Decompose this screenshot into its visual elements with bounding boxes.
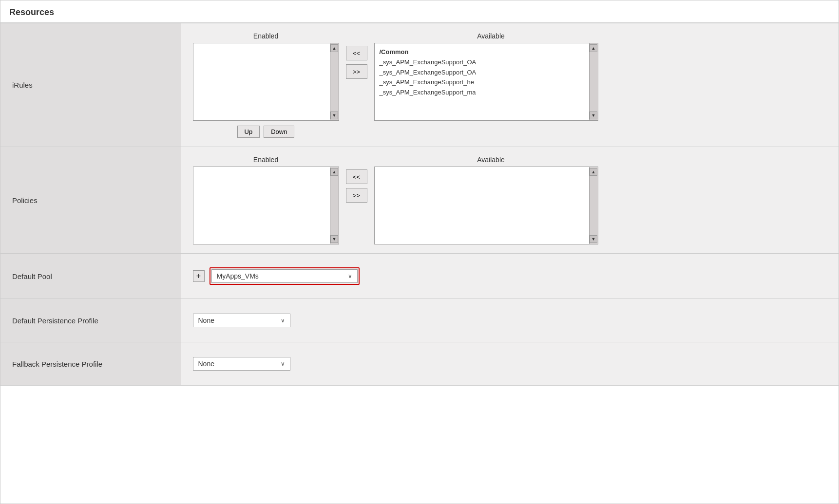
fallback-persistence-chevron: ∨ [281, 360, 285, 367]
policies-dual-list: Enabled ▲ ▼ [193, 156, 827, 244]
list-item: _sys_APM_ExchangeSupport_he [380, 77, 593, 88]
fallback-persistence-label: Fallback Persistence Profile [0, 342, 181, 386]
policies-move-left-button[interactable]: << [346, 169, 367, 184]
irules-down-button[interactable]: Down [264, 126, 294, 138]
default-persistence-dropdown[interactable]: None ∨ [193, 314, 290, 327]
irules-enabled-scrollbar: ▲ ▼ [330, 43, 339, 120]
policies-available-box-wrapper: ▲ ▼ [374, 167, 608, 244]
irules-available-label: Available [477, 32, 505, 40]
irules-available-scroll-up[interactable]: ▲ [590, 44, 597, 52]
default-pool-value: MyApps_VMs [217, 272, 259, 280]
irules-enabled-label: Enabled [253, 32, 278, 40]
fallback-persistence-content: None ∨ [181, 342, 839, 386]
irules-available-content: /Common _sys_APM_ExchangeSupport_OA _sys… [377, 45, 596, 100]
default-persistence-content: None ∨ [181, 299, 839, 342]
irules-enabled-listbox[interactable]: ▲ ▼ [193, 43, 339, 121]
policies-enabled-scroll-down[interactable]: ▼ [330, 235, 338, 243]
policies-enabled-inner [193, 167, 330, 244]
irules-available-inner: /Common _sys_APM_ExchangeSupport_OA _sys… [375, 43, 598, 120]
list-item: /Common [380, 47, 593, 57]
list-item: _sys_APM_ExchangeSupport_OA [380, 68, 593, 78]
irules-available-box-wrapper: /Common _sys_APM_ExchangeSupport_OA _sys… [374, 43, 608, 121]
default-persistence-label: Default Persistence Profile [0, 299, 181, 342]
default-pool-plus-button[interactable]: + [193, 270, 205, 282]
policies-available-inner [375, 167, 598, 244]
policies-transfer-buttons: << >> [346, 156, 367, 203]
policies-enabled-listbox[interactable]: ▲ ▼ [193, 167, 339, 244]
irules-up-button[interactable]: Up [237, 126, 260, 138]
policies-enabled-box-wrapper: ▲ ▼ [193, 167, 339, 244]
default-pool-content: + MyApps_VMs ∨ [181, 254, 839, 299]
irules-dual-list: Enabled ▲ ▼ Up D [193, 32, 827, 138]
policies-content: Enabled ▲ ▼ [181, 147, 839, 254]
default-pool-controls: + MyApps_VMs ∨ [193, 262, 827, 290]
irules-available-listbox[interactable]: /Common _sys_APM_ExchangeSupport_OA _sys… [374, 43, 598, 121]
section-title: Resources [0, 0, 839, 23]
irules-move-right-button[interactable]: >> [346, 64, 367, 79]
irules-content: Enabled ▲ ▼ Up D [181, 23, 839, 147]
policies-enabled-scroll-up[interactable]: ▲ [330, 168, 338, 176]
irules-available-scrollbar: ▲ ▼ [589, 43, 598, 120]
default-pool-row: Default Pool + MyApps_VMs ∨ [0, 254, 839, 299]
fallback-persistence-controls: None ∨ [193, 351, 827, 376]
list-item: _sys_APM_ExchangeSupport_ma [380, 88, 593, 98]
default-persistence-value: None [198, 317, 214, 324]
policies-enabled-label: Enabled [253, 156, 278, 164]
irules-enabled-box-wrapper: ▲ ▼ [193, 43, 339, 121]
policies-row: Policies Enabled ▲ ▼ [0, 147, 839, 254]
policies-available-section: Available ▲ ▼ [374, 156, 608, 244]
irules-available-scroll-down[interactable]: ▼ [590, 112, 597, 119]
default-pool-chevron: ∨ [348, 273, 352, 280]
policies-available-label: Available [477, 156, 505, 164]
irules-enabled-section: Enabled ▲ ▼ Up D [193, 32, 339, 138]
policies-available-listbox[interactable]: ▲ ▼ [374, 167, 598, 244]
irules-updown-buttons: Up Down [237, 126, 295, 138]
default-pool-dropdown-wrapper: MyApps_VMs ∨ [210, 267, 360, 285]
policies-available-scroll-down[interactable]: ▼ [590, 235, 597, 243]
policies-available-scroll-up[interactable]: ▲ [590, 168, 597, 176]
policies-move-right-button[interactable]: >> [346, 188, 367, 203]
irules-enabled-scroll-up[interactable]: ▲ [330, 44, 338, 52]
policies-label: Policies [0, 147, 181, 254]
page-wrapper: Resources iRules Enabled ▲ ▼ [0, 0, 839, 504]
irules-row: iRules Enabled ▲ ▼ [0, 23, 839, 147]
policies-available-scrollbar: ▲ ▼ [589, 167, 598, 244]
fallback-persistence-dropdown[interactable]: None ∨ [193, 357, 290, 371]
policies-enabled-scrollbar: ▲ ▼ [330, 167, 339, 244]
resources-table: iRules Enabled ▲ ▼ [0, 23, 839, 386]
irules-available-section: Available /Common _sys_APM_ExchangeSuppo… [374, 32, 608, 121]
fallback-persistence-value: None [198, 360, 214, 368]
irules-enabled-scroll-down[interactable]: ▼ [330, 112, 338, 119]
policies-enabled-section: Enabled ▲ ▼ [193, 156, 339, 244]
default-pool-dropdown[interactable]: MyApps_VMs ∨ [211, 269, 358, 283]
irules-label: iRules [0, 23, 181, 147]
irules-move-left-button[interactable]: << [346, 46, 367, 60]
default-persistence-chevron: ∨ [281, 317, 285, 324]
default-pool-label: Default Pool [0, 254, 181, 299]
default-persistence-row: Default Persistence Profile None ∨ [0, 299, 839, 342]
default-persistence-controls: None ∨ [193, 308, 827, 333]
fallback-persistence-row: Fallback Persistence Profile None ∨ [0, 342, 839, 386]
irules-enabled-inner [193, 43, 330, 120]
irules-transfer-buttons: << >> [346, 32, 367, 79]
list-item: _sys_APM_ExchangeSupport_OA [380, 57, 593, 68]
